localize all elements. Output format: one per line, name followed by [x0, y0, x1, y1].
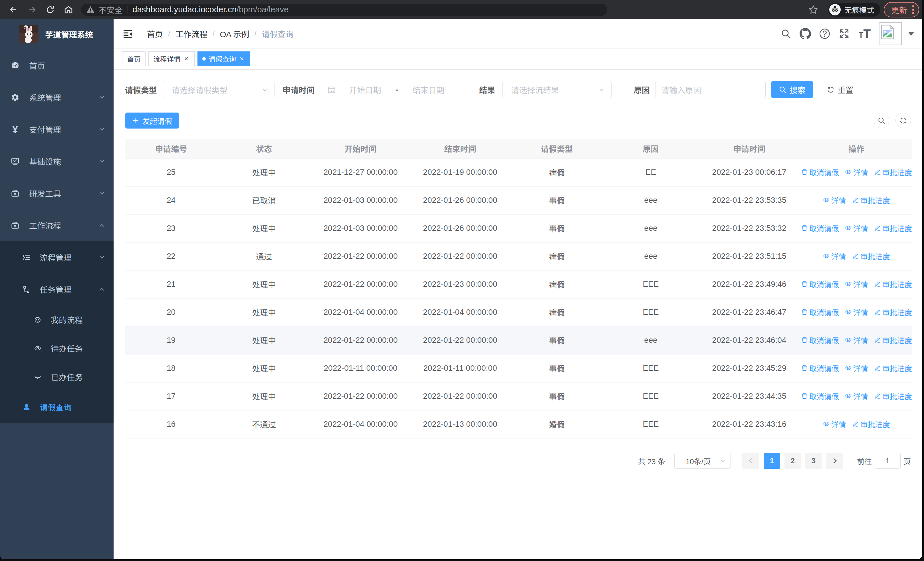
cell-actions: 取消请假详情审批进度 — [801, 158, 912, 186]
progress-action-button[interactable]: 审批进度 — [874, 167, 912, 177]
sidebar-item-7[interactable]: 流程管理 — [0, 241, 114, 273]
page-url[interactable]: dashboard.yudao.iocoder.cn/bpm/oa/leave — [133, 5, 289, 14]
detail-action-button[interactable]: 详情 — [844, 335, 868, 345]
detail-action-button[interactable]: 详情 — [844, 279, 868, 289]
reason-input[interactable]: 请输入原因 — [655, 81, 766, 98]
fullscreen-button[interactable] — [838, 27, 850, 41]
avatar-dropdown-caret[interactable] — [908, 32, 914, 36]
sidebar: 芋道管理系统 首页系统管理¥支付管理基础设施研发工具工作流程流程管理任务管理我的… — [0, 19, 114, 559]
progress-action-button[interactable]: 审批进度 — [852, 419, 890, 429]
bookmark-button[interactable] — [807, 3, 819, 16]
github-icon — [800, 27, 811, 40]
sidebar-item-2[interactable]: 系统管理 — [0, 81, 114, 113]
sidebar-logo[interactable]: 芋道管理系统 — [0, 19, 114, 50]
progress-action-button[interactable]: 审批进度 — [852, 251, 890, 261]
tab-3[interactable]: 请假查询× — [198, 51, 250, 66]
cancel-action-button[interactable]: 取消请假 — [801, 391, 839, 401]
chrome-update-button[interactable]: 更新 — [884, 2, 919, 17]
progress-action-button[interactable]: 审批进度 — [874, 335, 912, 345]
breadcrumb-item: 请假查询 — [262, 28, 294, 39]
sidebar-item-10[interactable]: 待办任务 — [0, 334, 114, 362]
chrome-menu-icon[interactable] — [912, 4, 915, 15]
tags-view-bar: 首页流程详情×请假查询× — [114, 48, 922, 69]
apply-time-range-picker[interactable]: 开始日期 - 结束日期 — [321, 81, 458, 98]
sidebar-item-8[interactable]: 任务管理 — [0, 273, 114, 305]
cancel-action-button[interactable]: 取消请假 — [801, 363, 839, 373]
cancel-action-button[interactable]: 取消请假 — [801, 279, 839, 289]
start-date-input[interactable]: 开始日期 — [336, 84, 394, 95]
cell-end: 2022-01-19 00:00:00 — [410, 158, 510, 186]
column-header: 结束时间 — [410, 139, 510, 158]
cancel-action-button[interactable]: 取消请假 — [801, 335, 839, 345]
user-avatar[interactable] — [879, 22, 902, 45]
cancel-action-button[interactable]: 取消请假 — [801, 223, 839, 233]
security-label[interactable]: 不安全 — [99, 4, 123, 15]
sidebar-collapse-button[interactable] — [123, 29, 132, 38]
sidebar-item-9[interactable]: 我的流程 — [0, 305, 114, 334]
edit-icon — [874, 224, 881, 232]
sidebar-item-3[interactable]: ¥支付管理 — [0, 113, 114, 145]
detail-action-button[interactable]: 详情 — [823, 195, 846, 205]
page-button-2[interactable]: 2 — [784, 453, 801, 469]
sidebar-item-12[interactable]: 请假查询 — [0, 391, 114, 423]
hide-search-button[interactable] — [874, 113, 889, 128]
header-search-button[interactable] — [780, 27, 792, 41]
top-navbar: 首页/工作流程/OA 示例/请假查询 TT — [114, 19, 922, 48]
progress-action-button[interactable]: 审批进度 — [874, 307, 912, 317]
breadcrumb-item[interactable]: OA 示例 — [220, 28, 249, 39]
create-leave-button[interactable]: 发起请假 — [125, 113, 179, 129]
leave-type-select[interactable]: 请选择请假类型 — [163, 81, 275, 98]
page-button-3[interactable]: 3 — [805, 453, 822, 469]
close-icon[interactable]: × — [183, 56, 190, 62]
refresh-table-button[interactable] — [896, 113, 911, 128]
detail-action-button[interactable]: 详情 — [844, 167, 868, 177]
detail-action-button[interactable]: 详情 — [844, 307, 868, 317]
github-link[interactable] — [800, 27, 811, 41]
result-select[interactable]: 请选择流结果 — [502, 81, 612, 98]
cell-status: 处理中 — [217, 354, 311, 382]
sidebar-item-4[interactable]: 基础设施 — [0, 145, 114, 177]
progress-action-button[interactable]: 审批进度 — [852, 195, 890, 205]
goto-page-input[interactable]: 1 — [874, 453, 901, 469]
progress-action-button[interactable]: 审批进度 — [874, 223, 912, 233]
detail-action-button[interactable]: 详情 — [844, 391, 868, 401]
detail-action-button[interactable]: 详情 — [844, 223, 868, 233]
cancel-action-button[interactable]: 取消请假 — [801, 307, 839, 317]
tab-1[interactable]: 首页 — [122, 51, 146, 66]
page-button-1[interactable]: 1 — [764, 453, 780, 469]
address-bar[interactable]: 不安全 dashboard.yudao.iocoder.cn/bpm/oa/le… — [81, 4, 607, 16]
detail-action-button[interactable]: 详情 — [844, 363, 868, 373]
progress-action-button[interactable]: 审批进度 — [874, 391, 912, 401]
browser-reload-button[interactable] — [44, 3, 57, 16]
font-size-button[interactable]: TT — [858, 27, 872, 41]
search-button[interactable]: 搜索 — [771, 81, 813, 98]
sidebar-item-11[interactable]: 已办任务 — [0, 362, 114, 391]
close-icon[interactable]: × — [238, 56, 245, 62]
browser-home-button[interactable] — [62, 3, 75, 16]
progress-action-button[interactable]: 审批进度 — [874, 279, 912, 289]
detail-action-button[interactable]: 详情 — [823, 251, 846, 261]
end-date-input[interactable]: 结束日期 — [399, 84, 458, 95]
cancel-action-button[interactable]: 取消请假 — [801, 167, 839, 177]
progress-action-button[interactable]: 审批进度 — [874, 363, 912, 373]
browser-forward-button[interactable] — [26, 3, 38, 16]
sidebar-item-5[interactable]: 研发工具 — [0, 177, 114, 209]
page-size-select[interactable]: 10条/页 — [674, 453, 731, 469]
next-page-button[interactable] — [826, 453, 843, 469]
sidebar-item-1[interactable]: 首页 — [0, 50, 114, 81]
tab-2[interactable]: 流程详情× — [148, 51, 195, 66]
sidebar-item-6[interactable]: 工作流程 — [0, 209, 114, 241]
breadcrumb-item[interactable]: 首页 — [147, 28, 163, 39]
breadcrumb-item[interactable]: 工作流程 — [176, 28, 207, 39]
progress-action-label: 审批进度 — [882, 279, 912, 289]
cell-start: 2022-01-04 00:00:00 — [311, 298, 410, 326]
sidebar-item-label: 请假查询 — [40, 401, 72, 413]
detail-action-button[interactable]: 详情 — [823, 419, 846, 429]
prev-page-button[interactable] — [742, 453, 759, 469]
chevron-right-icon — [831, 457, 838, 465]
chevron-up-icon — [99, 222, 105, 229]
reset-button[interactable]: 重置 — [819, 81, 861, 98]
browser-back-button[interactable] — [8, 3, 20, 16]
help-button[interactable] — [819, 27, 830, 41]
browser-window: 不安全 dashboard.yudao.iocoder.cn/bpm/oa/le… — [0, 0, 922, 559]
